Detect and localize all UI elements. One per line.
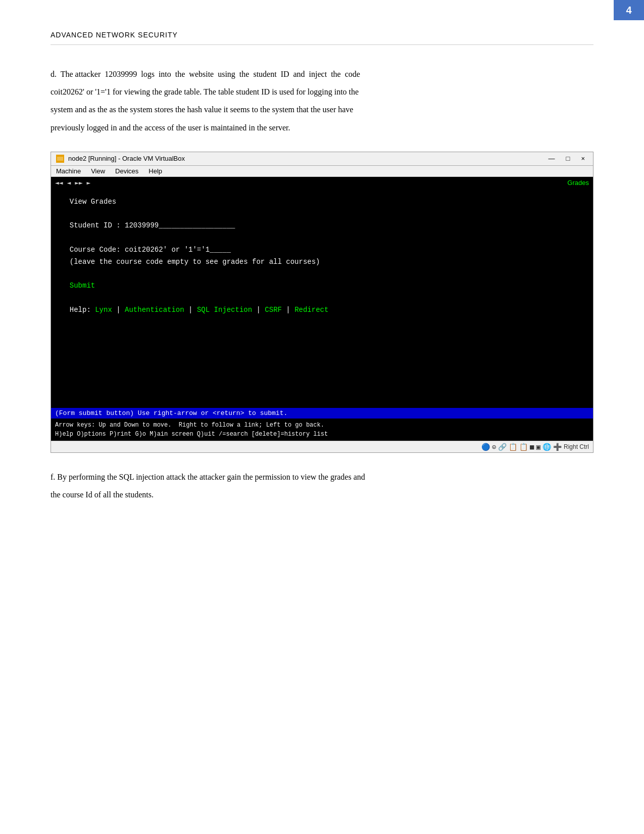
paragraph-d: d. The attacker 12039999 logs into the w… [51, 65, 593, 136]
terminal-submit-link[interactable]: Submit [70, 282, 95, 290]
terminal-help-redirect[interactable]: Redirect [294, 306, 328, 314]
terminal-line-blank8 [61, 352, 583, 364]
vm-terminal-content: View Grades Student ID : 12039999_______… [51, 189, 593, 408]
terminal-line-blank6 [61, 329, 583, 341]
vm-bottom-bar: Arrow keys: Up and Down to move. Right t… [51, 419, 593, 441]
vm-window: node2 [Running] - Oracle VM VirtualBox —… [51, 152, 593, 453]
statusbar-icon-2: ⊙ [492, 443, 496, 451]
terminal-line-blank4 [61, 292, 583, 304]
terminal-help-csrf[interactable]: CSRF [265, 306, 282, 314]
terminal-line-blank10 [61, 377, 583, 389]
vm-menu-help[interactable]: Help [148, 167, 162, 175]
vm-icon [56, 155, 64, 163]
terminal-line-blank9 [61, 364, 583, 377]
page-number-badge: 4 [614, 0, 644, 20]
terminal-line-student-id: Student ID : 12039999__________________ [61, 220, 583, 232]
vm-toolbar-nav: ◄◄ ◄ ►► ► [55, 179, 90, 187]
statusbar-icon-1: 🔵 [481, 443, 490, 451]
vm-bottom-line2: H)elp O)ptions P)rint G)o M)ain screen Q… [55, 430, 589, 439]
statusbar-icon-6: ■ [530, 443, 534, 451]
statusbar-icon-9: ➕ [553, 443, 562, 451]
page: 4 ADVANCED NETWORK SECURITY d. The attac… [0, 0, 644, 834]
statusbar-icon-3: 🔗 [498, 443, 507, 451]
terminal-line-view-grades: View Grades [61, 196, 583, 208]
terminal-line-blank1 [61, 208, 583, 220]
page-number: 4 [626, 5, 631, 16]
paragraph-f-line1: f. By performing the SQL injection attac… [51, 473, 365, 481]
vm-minimize-button[interactable]: — [546, 155, 558, 162]
paragraph-d-line4: previously logged in and the access of t… [51, 123, 290, 132]
vm-statusbar-icons: 🔵 ⊙ 🔗 📋 📋 ■ ▣ 🌐 ➕ Right Ctrl [51, 441, 593, 452]
paragraph-f: f. By performing the SQL injection attac… [51, 468, 593, 503]
terminal-line-course-hint: (leave the course code empty to see grad… [61, 256, 583, 268]
terminal-line-submit: Submit [61, 280, 583, 292]
statusbar-icon-8: 🌐 [542, 443, 551, 451]
vm-title-text: node2 [Running] - Oracle VM VirtualBox [68, 155, 185, 162]
vm-titlebar: node2 [Running] - Oracle VM VirtualBox —… [51, 152, 593, 166]
terminal-line-help: Help: Lynx | Authentication | SQL Inject… [61, 304, 583, 316]
terminal-line-blank2 [61, 232, 583, 244]
terminal-line-blank7 [61, 340, 583, 352]
statusbar-right-ctrl: Right Ctrl [564, 443, 589, 450]
terminal-help-lynx[interactable]: Lynx [95, 306, 112, 314]
statusbar-icon-4: 📋 [509, 443, 517, 451]
terminal-line-blank11 [61, 389, 583, 401]
paragraph-d-line3: system and as the as the system stores t… [51, 105, 353, 114]
statusbar-icon-7: ▣ [536, 443, 540, 451]
page-header: ADVANCED NETWORK SECURITY [51, 30, 593, 45]
paragraph-d-line2: coit20262' or '1='1 for viewing the grad… [51, 87, 359, 96]
vm-status-text: (Form submit button) Use right-arrow or … [55, 409, 287, 417]
terminal-help-sql[interactable]: SQL Injection [197, 306, 252, 314]
vm-toolbar-grades-label: Grades [567, 179, 589, 187]
terminal-line-course-code: Course Code: coit20262' or '1'='1_____ [61, 244, 583, 256]
statusbar-icon-5: 📋 [519, 443, 528, 451]
terminal-line-blank5 [61, 316, 583, 329]
vm-title: node2 [Running] - Oracle VM VirtualBox [56, 155, 185, 163]
vm-maximize-button[interactable]: □ [563, 155, 573, 162]
paragraph-f-line2: the course Id of all the students. [51, 490, 154, 499]
vm-window-controls: — □ × [546, 155, 588, 162]
vm-menu-machine[interactable]: Machine [56, 167, 81, 175]
vm-status-bar: (Form submit button) Use right-arrow or … [51, 408, 593, 419]
paragraph-d-text: d. The attacker 12039999 logs into the w… [51, 70, 360, 78]
svg-rect-1 [57, 157, 63, 161]
vm-bottom-line1: Arrow keys: Up and Down to move. Right t… [55, 421, 589, 430]
vm-close-button[interactable]: × [578, 155, 588, 162]
vm-menu-view[interactable]: View [91, 167, 105, 175]
vm-menu-devices[interactable]: Devices [115, 167, 138, 175]
terminal-help-authentication[interactable]: Authentication [125, 306, 184, 314]
terminal-line-blank3 [61, 268, 583, 281]
vm-toolbar: ◄◄ ◄ ►► ► Grades [51, 177, 593, 189]
vm-menubar: Machine View Devices Help [51, 166, 593, 177]
header-title: ADVANCED NETWORK SECURITY [51, 31, 178, 39]
